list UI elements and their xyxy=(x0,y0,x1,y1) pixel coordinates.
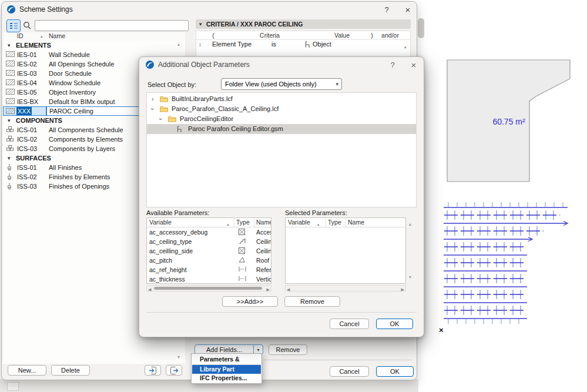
col-variable[interactable]: Variable xyxy=(288,218,310,227)
menu-item[interactable]: Parameters & Properties... xyxy=(192,355,261,364)
scroll-up-icon[interactable]: ▴ xyxy=(409,222,411,227)
tree-item[interactable]: ›ParocCeilingEditor xyxy=(147,114,416,124)
row-id: IES-04 xyxy=(17,78,37,88)
scroll-up-icon[interactable]: ▴ xyxy=(404,42,407,52)
row-name: Object Inventory xyxy=(49,88,96,97)
tree-item[interactable]: ›Paroc_Parafon_Classic_A_Ceiling.lcf xyxy=(147,104,416,114)
parameter-row[interactable]: ac_accessory_debugAccessory Debug Fu xyxy=(147,227,271,237)
parameter-row[interactable]: ac_ref_heightReference Height xyxy=(147,265,271,274)
archicad-app-icon xyxy=(6,5,16,14)
cancel-button[interactable]: Cancel xyxy=(330,366,369,377)
object-icon xyxy=(304,41,310,48)
row-id: ICS-03 xyxy=(17,144,37,153)
row-reorder-icon[interactable]: ↕ xyxy=(199,39,202,49)
scroll-down-icon[interactable]: ▾ xyxy=(409,274,411,280)
param-list-header[interactable]: Variable ▴ Type Name xyxy=(147,218,271,227)
scrollbar-thumb[interactable] xyxy=(154,287,262,290)
selected-parameters-hscrollbar[interactable]: ◀ ▶ xyxy=(285,285,406,292)
delete-button[interactable]: Delete xyxy=(51,365,90,376)
parameter-row[interactable]: ac_thicknessVertical Thickness xyxy=(147,274,271,284)
add-parameters-button[interactable]: >>Add>> xyxy=(222,296,278,307)
group-label: SURFACES xyxy=(16,153,51,163)
criteria-panel-header[interactable]: ▾ CRITERIA / XXX PAROC CEILING xyxy=(196,19,411,29)
param-name: Accessory Debug Fu xyxy=(256,227,271,237)
import-scheme-button[interactable] xyxy=(145,365,161,376)
archicad-app-icon xyxy=(145,60,155,69)
dialog-separator xyxy=(146,312,417,313)
angle-icon xyxy=(239,257,245,263)
dialog-ok-button[interactable]: OK xyxy=(376,319,413,329)
new-button[interactable]: New... xyxy=(8,365,46,376)
id-text-selected[interactable]: XXX xyxy=(16,107,32,115)
col-name[interactable]: Name xyxy=(348,218,364,227)
available-parameters-hscrollbar[interactable]: ◀ ▶ xyxy=(146,285,271,292)
scroll-down-icon[interactable]: ▾ xyxy=(177,354,180,360)
tree-view-toggle-button[interactable] xyxy=(6,19,21,32)
column-name[interactable]: Name xyxy=(49,32,65,39)
tree-item[interactable]: Paroc Parafon Ceiling Editor.gsm xyxy=(147,124,416,134)
column-id[interactable]: ID xyxy=(17,32,24,39)
col-name[interactable]: Name xyxy=(256,218,271,227)
expander-collapsed-icon[interactable]: › xyxy=(152,94,154,104)
criteria-field[interactable]: Element Type xyxy=(212,39,251,49)
scroll-left-icon[interactable]: ◀ xyxy=(287,287,290,292)
floor-plan-canvas[interactable]: 60.75 m²× xyxy=(411,50,587,344)
group-header-elements[interactable]: ▾ELEMENTS xyxy=(3,41,185,50)
tree-item-label: BuiltInLibraryParts.lcf xyxy=(172,94,233,104)
list-column-header[interactable]: ID ▴ Name xyxy=(3,32,185,41)
search-button[interactable] xyxy=(22,21,32,30)
menu-item[interactable]: IFC Properties... xyxy=(192,374,261,383)
close-icon[interactable]: × xyxy=(407,59,420,70)
object-icon xyxy=(176,126,182,133)
criteria-value[interactable]: Object xyxy=(313,39,331,49)
param-list-header[interactable]: Variable ▴ Type Name xyxy=(286,218,405,227)
col-type[interactable]: Type xyxy=(328,218,341,227)
col-variable[interactable]: Variable xyxy=(149,218,172,227)
tree-item-label: ParocCeilingEditor xyxy=(180,114,233,124)
ceiling-grid-pattern xyxy=(444,202,568,324)
expander-expanded-icon[interactable]: › xyxy=(156,118,166,120)
menu-item[interactable]: Library Part Parameters... xyxy=(192,365,261,374)
import-icon xyxy=(149,367,157,374)
dialog-cancel-button[interactable]: Cancel xyxy=(330,319,369,329)
row-name: All Openings Schedule xyxy=(49,59,114,69)
canvas-scrollbar-thumb[interactable] xyxy=(418,18,424,38)
parameter-row[interactable]: ac_pitchRoof Plane Pitch xyxy=(147,256,271,265)
scroll-up-icon[interactable]: ▴ xyxy=(177,42,180,47)
selected-parameters-list[interactable]: Variable ▴ Type Name xyxy=(285,217,406,284)
param-variable: ac_ref_height xyxy=(149,265,187,274)
parameter-row[interactable]: ac_ceiling_typeCeiling Type for the xyxy=(147,237,271,246)
name-text[interactable]: PAROC Ceiling xyxy=(49,107,93,115)
tree-item-label: Paroc Parafon Ceiling Editor.gsm xyxy=(188,124,283,134)
archicad-workspace: 60.75 m²× Scheme Settings ? × ID xyxy=(0,0,587,392)
dialog-titlebar[interactable]: Additional Object Parameters ? × xyxy=(139,57,424,72)
expander-expanded-icon[interactable]: › xyxy=(147,108,157,110)
scroll-left-icon[interactable]: ◀ xyxy=(148,287,151,292)
collapse-triangle-icon: ▾ xyxy=(8,116,11,125)
search-input[interactable] xyxy=(35,20,189,31)
criteria-operator[interactable]: is xyxy=(271,39,276,49)
schedule-icon xyxy=(6,108,15,114)
id-cell-editing[interactable]: XXX xyxy=(3,106,46,116)
available-parameters-list[interactable]: Variable ▴ Type Name ac_accessory_debugA… xyxy=(146,217,271,284)
col-type[interactable]: Type xyxy=(236,218,250,227)
parameter-row[interactable]: ac_ceilling_sideCeiling Side for the xyxy=(147,246,271,256)
select-object-by-dropdown[interactable]: Folder View (used Objects only) ▾ xyxy=(221,78,342,90)
help-button[interactable]: ? xyxy=(380,4,393,15)
add-fields-menu: Parameters & Properties...Library Part P… xyxy=(191,353,262,384)
param-name: Ceiling Side for the xyxy=(256,246,271,256)
remove-fields-button[interactable]: Remove xyxy=(269,344,307,355)
criteria-row[interactable]: ↕ Element Type is Object ▴ xyxy=(196,39,410,49)
remove-parameters-button[interactable]: Remove xyxy=(284,296,340,307)
close-icon[interactable]: × xyxy=(401,4,414,15)
tree-item[interactable]: ›BuiltInLibraryParts.lcf xyxy=(147,94,416,104)
scroll-right-icon[interactable]: ▶ xyxy=(267,287,270,292)
row-name: Door Schedule xyxy=(49,69,92,78)
export-scheme-button[interactable] xyxy=(166,365,182,376)
scheme-settings-titlebar[interactable]: Scheme Settings ? × xyxy=(2,2,417,17)
param-variable: ac_ceiling_type xyxy=(149,237,192,246)
ok-button[interactable]: OK xyxy=(376,366,414,377)
help-button[interactable]: ? xyxy=(386,59,399,70)
scroll-right-icon[interactable]: ▶ xyxy=(401,287,404,292)
row-name: Finishes of Openings xyxy=(49,182,109,191)
